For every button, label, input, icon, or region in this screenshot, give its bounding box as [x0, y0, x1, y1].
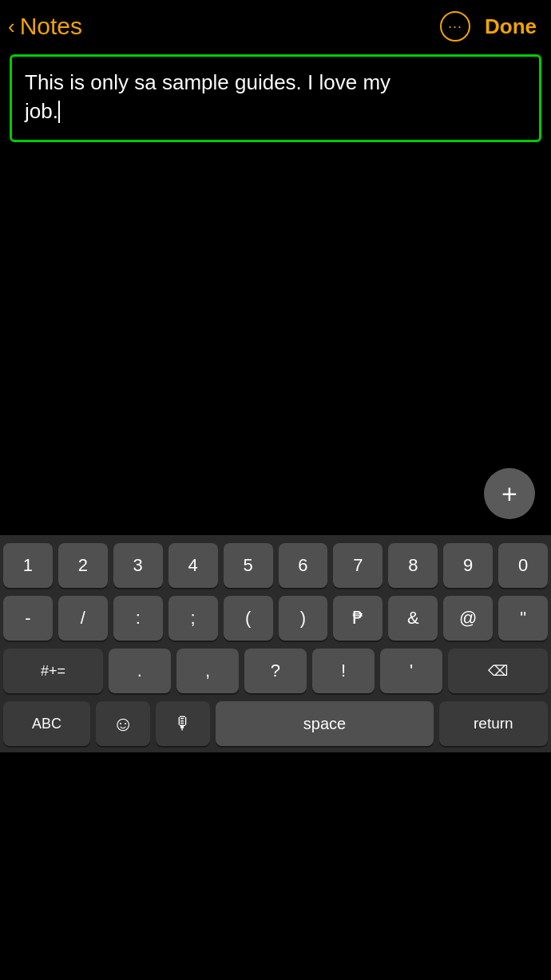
key-7[interactable]: 7: [333, 543, 383, 588]
key-slash[interactable]: /: [58, 596, 108, 641]
note-line2: job.: [25, 99, 58, 123]
key-abc[interactable]: ABC: [3, 701, 90, 746]
key-9[interactable]: 9: [443, 543, 493, 588]
key-8[interactable]: 8: [388, 543, 438, 588]
key-mic[interactable]: 🎙: [156, 701, 210, 746]
key-2[interactable]: 2: [58, 543, 108, 588]
back-button[interactable]: Notes: [20, 13, 82, 40]
text-cursor: [58, 101, 60, 123]
key-period[interactable]: .: [109, 649, 171, 693]
header-right: ··· Done: [440, 11, 537, 42]
key-4[interactable]: 4: [168, 543, 218, 588]
more-button[interactable]: ···: [440, 11, 470, 42]
keyboard-row-symbols: - / : ; ( ) ₱ & @ ": [3, 596, 548, 641]
backspace-key[interactable]: ⌫: [448, 649, 548, 693]
key-return[interactable]: return: [439, 701, 548, 746]
header-left: ‹ Notes: [8, 13, 82, 40]
key-3[interactable]: 3: [113, 543, 163, 588]
keyboard-row-numbers: 1 2 3 4 5 6 7 8 9 0: [3, 543, 548, 588]
note-line1: This is only sa sample guides. I love my: [25, 70, 390, 94]
key-6[interactable]: 6: [279, 543, 328, 588]
content-body: +: [0, 152, 551, 535]
key-exclaim[interactable]: !: [312, 649, 375, 693]
key-emoji[interactable]: ☺: [96, 701, 150, 746]
key-at[interactable]: @: [443, 596, 493, 641]
key-question[interactable]: ?: [244, 649, 307, 693]
key-5[interactable]: 5: [224, 543, 273, 588]
keyboard-row-special: #+= . , ? ! ' ⌫: [3, 649, 548, 693]
note-content: This is only sa sample guides. I love my…: [25, 68, 526, 126]
key-ampersand[interactable]: &: [388, 596, 438, 641]
key-semicolon[interactable]: ;: [168, 596, 218, 641]
key-colon[interactable]: :: [113, 596, 163, 641]
keyboard: 1 2 3 4 5 6 7 8 9 0 - / : ; ( ) ₱ & @ " …: [0, 535, 551, 752]
header: ‹ Notes ··· Done: [0, 0, 551, 50]
key-hashplus[interactable]: #+=: [3, 649, 103, 693]
key-0[interactable]: 0: [498, 543, 548, 588]
key-space[interactable]: space: [216, 701, 434, 746]
key-minus[interactable]: -: [3, 596, 53, 641]
key-rparen[interactable]: ): [279, 596, 328, 641]
note-text-area[interactable]: This is only sa sample guides. I love my…: [10, 54, 541, 142]
key-1[interactable]: 1: [3, 543, 53, 588]
keyboard-row-bottom: ABC ☺ 🎙 space return: [3, 701, 548, 746]
key-quote[interactable]: ": [498, 596, 548, 641]
back-chevron-icon[interactable]: ‹: [8, 16, 15, 37]
key-apostrophe[interactable]: ': [380, 649, 442, 693]
done-button[interactable]: Done: [485, 14, 537, 39]
key-peso[interactable]: ₱: [333, 596, 383, 641]
key-comma[interactable]: ,: [176, 649, 239, 693]
key-lparen[interactable]: (: [224, 596, 273, 641]
add-button[interactable]: +: [484, 468, 535, 519]
